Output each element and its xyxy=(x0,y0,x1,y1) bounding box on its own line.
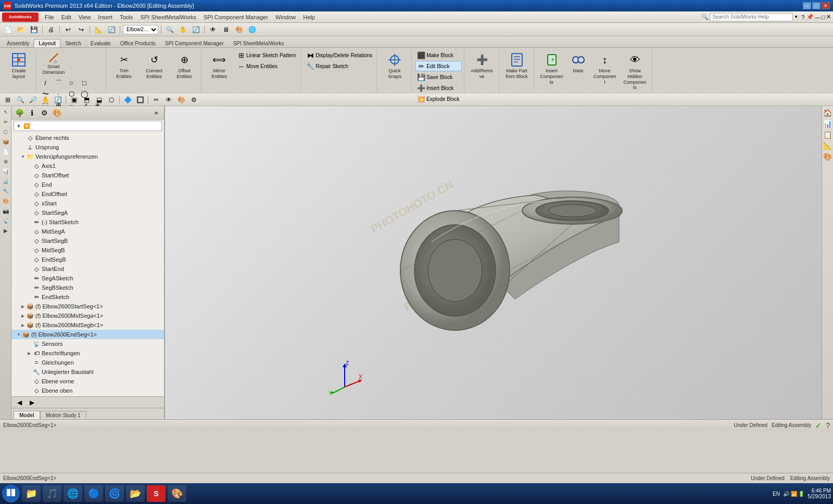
toolbar-rebuild[interactable]: 🔄 xyxy=(106,24,117,35)
expand-icon[interactable] xyxy=(26,378,32,384)
motion-study-tab[interactable]: Motion Study 1 xyxy=(40,411,86,419)
scroll-left-btn[interactable]: ◀ xyxy=(14,397,25,408)
toolbar-undo[interactable]: ↩ xyxy=(62,24,74,35)
tree-item-material[interactable]: 🔧 Unlegierter Baustahl xyxy=(11,367,164,377)
ls-sketch[interactable]: ✏ xyxy=(1,117,10,126)
tree-item-midsegb[interactable]: ◇ MidSegB xyxy=(11,245,164,255)
tree-item-endsegb[interactable]: ◇ EndSegB xyxy=(11,255,164,264)
panel-property-btn[interactable]: ℹ xyxy=(26,108,37,118)
insert-block-button[interactable]: ➕ Insert Block xyxy=(415,83,461,93)
taskbar-media[interactable]: 🎵 xyxy=(43,485,61,502)
tree-item-ebene-rechts[interactable]: ◇ Ebene rechts xyxy=(11,133,164,143)
expand-icon[interactable] xyxy=(26,294,32,300)
tree-item-axis1[interactable]: ◇ Axis1 xyxy=(11,161,164,171)
convert-entities-button[interactable]: ↺ Convert Entities xyxy=(140,50,169,81)
taskbar-ie[interactable]: 🌐 xyxy=(64,485,82,502)
make-part-button[interactable]: Make Part from Block xyxy=(502,50,532,81)
tree-item-segbsketch[interactable]: ✏ SegBSketch xyxy=(11,283,164,292)
ls-drawing[interactable]: 📄 xyxy=(1,147,10,156)
view-right[interactable]: ⬓ xyxy=(93,95,105,105)
expand-icon[interactable] xyxy=(26,219,32,225)
expand-icon[interactable] xyxy=(26,210,32,216)
close-button[interactable]: ✕ xyxy=(822,2,830,9)
tree-item-end[interactable]: ◇ End xyxy=(11,180,164,189)
pin-button[interactable]: 📌 xyxy=(806,14,814,20)
mate-button[interactable]: Mate xyxy=(567,50,589,75)
search-input[interactable] xyxy=(710,13,793,21)
toolbar-new[interactable]: 📄 xyxy=(2,24,14,35)
ls-motion[interactable]: ▶ xyxy=(1,226,10,235)
tab-layout[interactable]: Layout xyxy=(34,39,60,47)
expand-icon[interactable] xyxy=(26,256,32,263)
ls-simulation[interactable]: 🔬 xyxy=(1,176,10,186)
move-component-button[interactable]: ↕ Move Component xyxy=(590,50,620,86)
view-front[interactable]: ▣ xyxy=(68,95,80,105)
rotate-view[interactable]: 🔄 xyxy=(52,95,64,105)
rect-tool[interactable]: □ xyxy=(78,78,91,88)
menu-help[interactable]: Help xyxy=(300,13,318,21)
toolbar-rotate[interactable]: 🔄 xyxy=(190,24,201,35)
panel-config-btn[interactable]: ⚙ xyxy=(39,108,50,118)
tree-item-segasketch[interactable]: ✏ SegASketch xyxy=(11,274,164,283)
panel-featuretree-btn[interactable]: 🌳 xyxy=(14,108,25,118)
tree-item-startSega[interactable]: ◇ StartSegA xyxy=(11,208,164,217)
add-remove-button[interactable]: ➕ Add/Remove xyxy=(468,50,497,81)
tree-item-ebene-oben[interactable]: ◇ Ebene oben xyxy=(11,386,164,395)
display-style-shaded[interactable]: 🔷 xyxy=(122,95,133,105)
tree-item-startsegb[interactable]: ◇ StartSegB xyxy=(11,236,164,245)
expand-icon[interactable] xyxy=(26,266,32,272)
zoom-in[interactable]: 🔍 xyxy=(15,95,26,105)
expand-icon[interactable] xyxy=(26,228,32,235)
make-block-button[interactable]: ⬛ Make Block xyxy=(415,50,461,60)
expand-icon[interactable] xyxy=(26,247,32,253)
repair-sketch-button[interactable]: 🔧 Repair Sketch xyxy=(304,61,374,71)
scroll-right-btn[interactable]: ▶ xyxy=(26,397,37,408)
quick-snaps-button[interactable]: Quick Snaps xyxy=(380,50,409,81)
hide-show[interactable]: 👁 xyxy=(163,95,174,105)
save-block-button[interactable]: 💾 Save Block xyxy=(415,72,461,82)
tree-item-startsketch[interactable]: ✏ (-) StartSketch xyxy=(11,217,164,227)
tab-spi-comp[interactable]: SPI Component Manager xyxy=(160,39,229,47)
panel-expand-btn[interactable]: » xyxy=(150,108,162,118)
toolbar-save[interactable]: 💾 xyxy=(28,24,40,35)
expand-icon[interactable] xyxy=(20,144,26,150)
tree-item-ebene-vorne[interactable]: ◇ Ebene vorne xyxy=(11,377,164,386)
zoom-out[interactable]: 🔎 xyxy=(27,95,39,105)
tree-item-elbow-midsega[interactable]: ▶ 📦 (f) Elbow2600MidSega<1> xyxy=(11,311,164,320)
circle-tool[interactable]: ○ xyxy=(65,78,78,88)
expand-icon[interactable]: ▶ xyxy=(20,303,26,309)
appearances[interactable]: 🎨 xyxy=(175,95,187,105)
ls-photoview[interactable]: 📷 xyxy=(1,206,10,215)
menu-insert[interactable]: Insert xyxy=(95,13,116,21)
insert-components-button[interactable]: + Insert Components xyxy=(537,50,566,86)
expand-icon[interactable] xyxy=(26,359,32,366)
mirror-entities-button[interactable]: ⟺ Mirror Entities xyxy=(205,50,234,81)
toolbar-zoom[interactable]: 🔍 xyxy=(164,24,175,35)
tree-item-xstart[interactable]: ◇ xStart xyxy=(11,199,164,208)
search-dropdown-icon[interactable]: ▼ xyxy=(794,15,798,19)
toolbar-view3[interactable]: 🎨 xyxy=(233,24,245,35)
view-section-btn[interactable]: 📐 xyxy=(823,141,832,150)
toolbar-3d-sketch[interactable]: 📐 xyxy=(93,24,104,35)
smart-dimension-button[interactable]: ◇ Smart Dimension xyxy=(39,50,68,77)
panel-appear-btn[interactable]: 🎨 xyxy=(51,108,62,118)
view-isometric[interactable]: ⬡ xyxy=(106,95,117,105)
create-layout-button[interactable]: Create layout xyxy=(4,50,33,81)
tree-item-beschriftungen[interactable]: ▶ 🏷 Beschriftungen xyxy=(11,348,164,358)
expand-icon[interactable] xyxy=(20,135,26,141)
toolbar-view2[interactable]: 🖥 xyxy=(220,24,232,35)
toolbar-pan[interactable]: ✋ xyxy=(177,24,188,35)
tree-item-elbow-startseg[interactable]: ▶ 📦 (f) Elbow2600StartSeg<1> xyxy=(11,302,164,311)
ls-scan2d[interactable]: 📡 xyxy=(1,216,10,225)
tree-item-sensors[interactable]: 📡 Sensors xyxy=(11,339,164,348)
linear-sketch-button[interactable]: ⊞ Linear Sketch Pattern xyxy=(235,50,298,60)
expand-icon[interactable]: ▼ xyxy=(16,331,22,338)
toolbar-file-combo[interactable]: Elbow2... xyxy=(123,25,158,34)
feature-tree[interactable]: ◇ Ebene rechts ⊥ Ursprung ▼ 📁 Verknüpfun… xyxy=(11,132,164,396)
menu-spi-comp[interactable]: SPI Component Manager xyxy=(200,13,271,21)
tab-evaluate[interactable]: Evaluate xyxy=(86,39,116,47)
toolbar-view4[interactable]: 🌐 xyxy=(246,24,258,35)
pan-view[interactable]: ✋ xyxy=(40,95,51,105)
toolbar-redo[interactable]: ↪ xyxy=(75,24,87,35)
ls-select[interactable]: ↖ xyxy=(1,107,10,117)
